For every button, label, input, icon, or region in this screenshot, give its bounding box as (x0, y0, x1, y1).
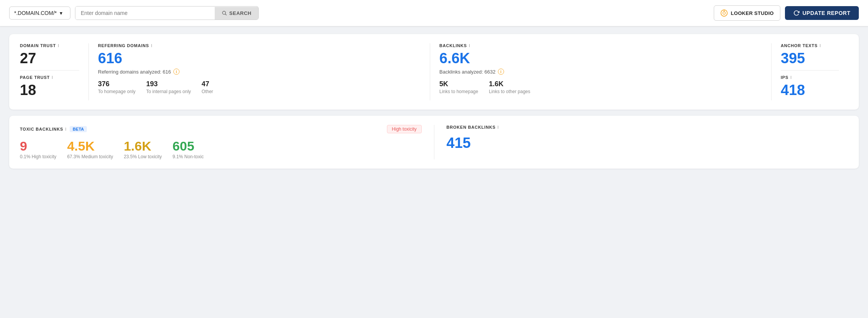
page-trust-label: PAGE TRUST i (20, 75, 79, 80)
ips-value: 418 (781, 83, 839, 97)
broken-backlinks-info-icon: i (498, 125, 499, 129)
backlinks-section: BACKLINKS i 6.6K Backlinks analyzed: 663… (430, 43, 772, 100)
referring-domains-value: 616 (98, 51, 421, 66)
looker-icon (720, 9, 728, 17)
page-trust-value: 18 (20, 83, 79, 97)
anchor-divider (781, 70, 839, 70)
domain-selector[interactable]: *.DOMAIN.COM/* ▾ (9, 7, 70, 20)
search-icon (222, 10, 227, 16)
high-toxicity-badge: High toxicity (387, 125, 422, 133)
sub-metric-links-other-label: Links to other pages (489, 89, 530, 94)
sub-metric-links-other-value: 1.6K (489, 80, 530, 88)
bottom-metrics-card: TOXIC BACKLINKS i BETA High toxicity 9 0… (9, 116, 859, 169)
sub-metric-links-homepage-label: Links to homepage (439, 89, 478, 94)
referring-domains-analyzed: Referring domains analyzed: 616 i (98, 69, 421, 75)
sub-metric-links-other: 1.6K Links to other pages (489, 80, 530, 94)
toxic-item-low: 1.6K 23.5% Low toxicity (124, 139, 162, 159)
main-content: DOMAIN TRUST i 27 PAGE TRUST i 18 REFERR… (0, 26, 868, 176)
anchor-texts-section: ANCHOR TEXTS i 395 IPS i 418 (772, 43, 848, 100)
looker-button-label: LOOKER STUDIO (731, 10, 774, 16)
toxic-item-nontoxic: 605 9.1% Non-toxic (173, 139, 204, 159)
svg-line-1 (225, 14, 227, 15)
header: *.DOMAIN.COM/* ▾ SEARCH LOOKER STUDIO (0, 0, 868, 26)
referring-domains-label: REFERRING DOMAINS i (98, 43, 421, 48)
toxic-medium-value: 4.5K (67, 139, 113, 152)
anchor-texts-info-icon: i (819, 43, 821, 48)
anchor-texts-value: 395 (781, 51, 839, 66)
looker-studio-button[interactable]: LOOKER STUDIO (714, 5, 780, 21)
sub-metric-internal-label: To internal pages only (146, 89, 191, 94)
toxic-item-high: 9 0.1% High toxicity (20, 139, 56, 159)
search-button[interactable]: SEARCH (215, 7, 258, 20)
backlinks-label: BACKLINKS i (439, 43, 762, 48)
metrics-row: DOMAIN TRUST i 27 PAGE TRUST i 18 REFERR… (20, 43, 848, 100)
ips-info-icon: i (790, 75, 792, 80)
ips-label: IPS i (781, 75, 839, 80)
search-bar: SEARCH (75, 6, 259, 20)
sub-metric-links-homepage: 5K Links to homepage (439, 80, 478, 94)
broken-backlinks-section: BROKEN BACKLINKS i 415 (434, 125, 848, 159)
domain-trust-label: DOMAIN TRUST i (20, 43, 79, 48)
sub-metric-other: 47 Other (202, 80, 213, 94)
update-report-button[interactable]: UPDATE REPORT (785, 6, 859, 20)
svg-point-0 (222, 11, 225, 14)
header-actions: LOOKER STUDIO UPDATE REPORT (714, 5, 859, 21)
referring-domains-info-icon: i (151, 43, 152, 48)
svg-point-3 (723, 12, 725, 15)
search-input[interactable] (75, 7, 215, 20)
sub-metric-other-value: 47 (202, 80, 213, 88)
main-metrics-card: DOMAIN TRUST i 27 PAGE TRUST i 18 REFERR… (9, 34, 859, 110)
toxic-nontoxic-value: 605 (173, 139, 204, 152)
toxic-metrics-items: 9 0.1% High toxicity 4.5K 67.3% Medium t… (20, 139, 422, 159)
broken-backlinks-value: 415 (447, 136, 848, 150)
bottom-metrics-row: TOXIC BACKLINKS i BETA High toxicity 9 0… (20, 125, 848, 159)
toxic-low-value: 1.6K (124, 139, 162, 152)
sub-metric-homepage-label: To homepage only (98, 89, 135, 94)
toxic-low-label: 23.5% Low toxicity (124, 154, 162, 159)
refresh-icon (793, 10, 799, 16)
update-button-label: UPDATE REPORT (803, 10, 850, 16)
domain-trust-section: DOMAIN TRUST i 27 PAGE TRUST i 18 (20, 43, 89, 100)
toxic-medium-label: 67.3% Medium toxicity (67, 154, 113, 159)
broken-backlinks-label: BROKEN BACKLINKS i (447, 125, 499, 129)
domain-selector-value: *.DOMAIN.COM/* (14, 10, 57, 16)
backlinks-info-icon: i (469, 43, 470, 48)
referring-domains-section: REFERRING DOMAINS i 616 Referring domain… (89, 43, 430, 100)
broken-backlinks-header: BROKEN BACKLINKS i (447, 125, 848, 129)
sub-metric-links-homepage-value: 5K (439, 80, 478, 88)
chevron-down-icon: ▾ (60, 10, 62, 16)
backlinks-sub-metrics: 5K Links to homepage 1.6K Links to other… (439, 80, 762, 94)
toxic-backlinks-label: TOXIC BACKLINKS i (20, 127, 67, 131)
toxic-item-medium: 4.5K 67.3% Medium toxicity (67, 139, 113, 159)
backlinks-value: 6.6K (439, 51, 762, 66)
beta-badge: BETA (70, 126, 87, 132)
toxic-high-label: 0.1% High toxicity (20, 154, 56, 159)
sub-metric-homepage-value: 376 (98, 80, 135, 88)
divider (20, 70, 79, 70)
referring-domains-sub-metrics: 376 To homepage only 193 To internal pag… (98, 80, 421, 94)
domain-trust-value: 27 (20, 51, 79, 66)
backlinks-analyzed: Backlinks analyzed: 6632 i (439, 69, 762, 75)
toxic-nontoxic-label: 9.1% Non-toxic (173, 154, 204, 159)
sub-metric-internal: 193 To internal pages only (146, 80, 191, 94)
toxic-backlinks-info-icon: i (65, 127, 67, 131)
sub-metric-homepage: 376 To homepage only (98, 80, 135, 94)
domain-trust-info-icon: i (58, 43, 59, 48)
search-button-label: SEARCH (229, 10, 251, 16)
anchor-texts-label: ANCHOR TEXTS i (781, 43, 839, 48)
referring-domains-info-circle: i (173, 69, 179, 75)
sub-metric-other-label: Other (202, 89, 213, 94)
toxic-backlinks-header: TOXIC BACKLINKS i BETA High toxicity (20, 125, 422, 133)
toxic-backlinks-section: TOXIC BACKLINKS i BETA High toxicity 9 0… (20, 125, 434, 159)
sub-metric-internal-value: 193 (146, 80, 191, 88)
backlinks-info-circle: i (498, 69, 504, 75)
page-trust-info-icon: i (52, 75, 53, 80)
toxic-high-value: 9 (20, 139, 56, 152)
